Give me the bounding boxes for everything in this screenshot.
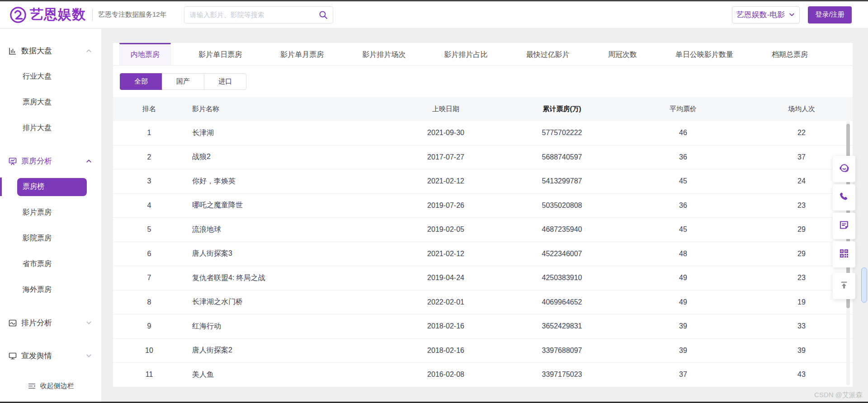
table-row[interactable]: 2战狼22017-07-2756887405973637 [113, 145, 853, 170]
table-cell: 48 [616, 250, 750, 258]
chevron-down-icon [85, 319, 92, 326]
product-selector-dropdown[interactable]: 艺恩娱数-电影 [732, 6, 800, 23]
table-cell: 4250383910 [508, 274, 616, 282]
table-cell: 唐人街探案3 [185, 249, 383, 258]
table-cell: 5688740597 [508, 153, 616, 161]
sidebar-item-label: 行业大盘 [23, 72, 52, 81]
tab[interactable]: 档期总票房 [761, 43, 819, 65]
search-input[interactable] [184, 11, 318, 19]
table-cell: 46 [616, 129, 750, 137]
tab[interactable]: 单日公映影片数量 [665, 43, 744, 65]
customer-service-icon [838, 162, 850, 176]
table-cell: 哪吒之魔童降世 [185, 201, 383, 210]
table-cell: 2021-02-12 [383, 250, 508, 258]
table-row[interactable]: 8长津湖之水门桥2022-02-0140699646524919 [113, 291, 853, 315]
table-cell: 2021-09-30 [383, 129, 508, 137]
table-cell: 2017-07-27 [383, 153, 508, 161]
table-cell: 2022-02-01 [383, 298, 508, 306]
table-cell: 39 [616, 322, 750, 330]
page-scrollbar-thumb[interactable] [861, 267, 867, 303]
main-content: 内地票房影片单日票房影片单月票房影片排片场次影片排片占比最快过亿影片周冠次数单日… [113, 43, 853, 387]
sidebar-section-label: 数据大盘 [21, 46, 52, 56]
chevron-down-icon [788, 11, 795, 18]
filter-button[interactable]: 国产 [162, 73, 204, 90]
table-cell: 2019-02-05 [383, 225, 508, 234]
feedback-button[interactable] [833, 213, 855, 239]
table-cell: 8 [113, 298, 185, 306]
table-cell: 45 [616, 225, 750, 234]
table-row[interactable]: 6唐人街探案32021-02-1245223460074829 [113, 242, 853, 267]
sidebar-section[interactable]: 排片分析 [0, 310, 101, 336]
sidebar-item[interactable]: 影院票房 [0, 225, 101, 251]
search-icon[interactable] [318, 10, 328, 20]
collapse-sidebar-button[interactable]: 收起侧边栏 [0, 377, 101, 395]
customer-service-button[interactable] [833, 156, 855, 182]
sidebar-item[interactable]: 排片大盘 [0, 115, 101, 141]
tab[interactable]: 内地票房 [119, 43, 171, 65]
table-cell: 9 [113, 322, 185, 330]
sidebar-item[interactable]: 海外票房 [0, 277, 101, 303]
table-row[interactable]: 5流浪地球2019-02-0546872359404529 [113, 218, 853, 242]
filter-button[interactable]: 进口 [204, 73, 246, 90]
table-cell: 美人鱼 [185, 370, 383, 380]
table-cell: 5775702222 [508, 129, 616, 137]
monitor-icon [8, 351, 18, 361]
sidebar-section[interactable]: 票房分析 [0, 148, 101, 174]
tab[interactable]: 最快过亿影片 [515, 43, 580, 65]
table-cell: 36 [616, 153, 750, 161]
tab[interactable]: 影片单日票房 [188, 43, 253, 65]
table-cell: 2021-02-12 [383, 177, 508, 185]
watermark: CSDN @艾派森 [814, 391, 863, 399]
tab[interactable]: 影片单月票房 [269, 43, 335, 65]
sidebar-item[interactable]: 票房榜 [0, 174, 101, 200]
sidebar-item[interactable]: 票房大盘 [0, 89, 101, 115]
table-row[interactable]: 1长津湖2021-09-3057757022224622 [113, 121, 853, 145]
header-right: 艺恩娱数-电影 登录/注册 [732, 6, 852, 23]
sidebar-section[interactable]: 数据大盘 [0, 38, 101, 64]
sidebar-item[interactable]: 省市票房 [0, 251, 101, 277]
filter-button[interactable]: 全部 [120, 73, 162, 90]
table-cell: 3652429831 [508, 322, 616, 330]
table-cell: 37 [616, 370, 750, 379]
qrcode-button[interactable] [833, 241, 855, 267]
sidebar-section[interactable]: 宣发舆情 [0, 343, 101, 369]
table-cell: 45 [616, 177, 750, 185]
top-edge [0, 0, 868, 1]
back-to-top-button[interactable] [833, 273, 855, 299]
table-body: 1长津湖2021-09-30577570222246222战狼22017-07-… [113, 121, 853, 387]
collapse-label: 收起侧边栏 [40, 382, 74, 390]
search-box[interactable] [184, 6, 333, 23]
table-cell: 3397688097 [508, 347, 616, 355]
table-row[interactable]: 9红海行动2018-02-1636524298313933 [113, 314, 853, 339]
table-row[interactable]: 3你好，李焕英2021-02-1254132997874524 [113, 169, 853, 194]
sidebar-item-label: 省市票房 [23, 259, 52, 269]
qrcode-icon [839, 248, 849, 261]
sidebar-item[interactable]: 行业大盘 [0, 64, 101, 89]
table-row[interactable]: 4哪吒之魔童降世2019-07-2650350208083623 [113, 194, 853, 218]
phone-button[interactable] [833, 184, 855, 211]
tab[interactable]: 影片排片占比 [434, 43, 499, 65]
sidebar-item[interactable]: 影片票房 [0, 200, 101, 225]
table-cell: 6 [113, 250, 185, 258]
header: 艺恩娱数 艺恩专注数据服务12年 艺恩娱数-电影 登录/注册 [0, 1, 868, 28]
table-cell: 4522346007 [508, 250, 616, 258]
table-cell: 3397175023 [508, 370, 616, 379]
table-cell: 5 [113, 225, 185, 234]
table-cell: 3 [113, 177, 185, 185]
header-divider [92, 9, 93, 21]
bar-chart-icon [8, 47, 18, 56]
column-header: 场均人次 [750, 105, 853, 113]
table-cell: 2016-02-08 [383, 370, 508, 379]
table-cell: 红海行动 [185, 322, 383, 331]
login-button[interactable]: 登录/注册 [808, 6, 852, 23]
table-row[interactable]: 7复仇者联盟4: 终局之战2019-04-2442503839104923 [113, 266, 853, 291]
table-row[interactable]: 10唐人街探案22018-02-1633976880973939 [113, 339, 853, 363]
table-cell: 4 [113, 202, 185, 210]
tab[interactable]: 影片排片场次 [351, 43, 416, 65]
header-tagline: 艺恩专注数据服务12年 [98, 10, 167, 19]
table-row[interactable]: 11美人鱼2016-02-0833971750233743 [113, 363, 853, 387]
sidebar-section-label: 票房分析 [21, 156, 52, 166]
window-chart-icon [8, 319, 18, 328]
table-cell: 10 [113, 347, 185, 355]
tab[interactable]: 周冠次数 [597, 43, 648, 65]
